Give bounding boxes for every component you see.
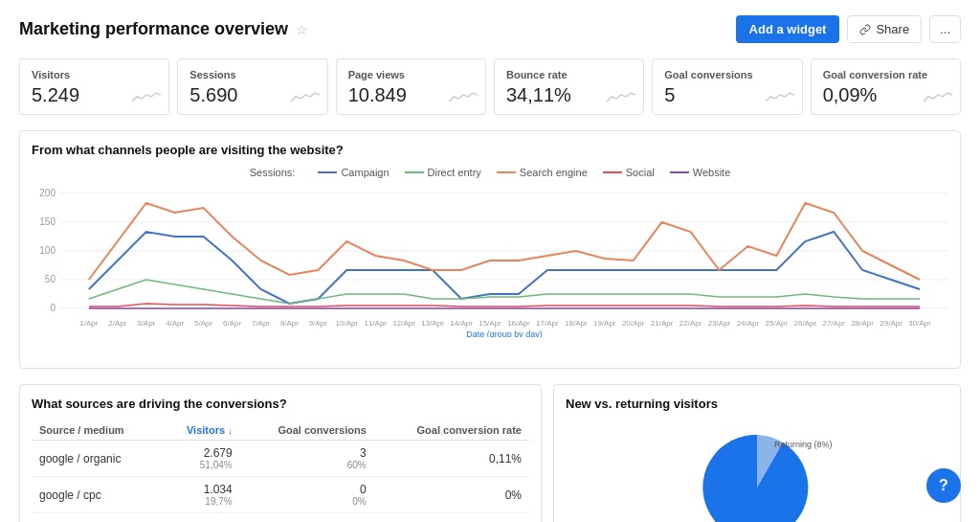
legend-item: Search engine [497,167,588,178]
svg-text:Returning (8%): Returning (8%) [774,440,833,449]
legend-item: Social [603,167,655,178]
stat-label: Goal conversions [664,69,790,80]
add-widget-button[interactable]: Add a widget [736,15,840,43]
stat-label: Sessions [189,69,315,80]
more-button[interactable]: ... [929,15,961,43]
bottom-row: What sources are driving the conversions… [19,384,961,522]
legend-color [497,171,516,173]
line-chart: 200 150 100 50 0 1/Apr 2/Apr 3/Apr [32,184,948,337]
svg-text:18/Apr: 18/Apr [565,319,588,328]
svg-text:8/Apr: 8/Apr [280,319,299,328]
link-icon [859,24,871,35]
stats-row: Visitors 5.249 Sessions 5.690 Page views… [19,58,961,115]
legend-color [318,171,337,173]
legend-item: Campaign [318,167,389,178]
legend-label: Website [693,167,731,178]
td-source: google / organic [32,441,161,477]
svg-text:200: 200 [39,188,56,198]
svg-text:13/Apr: 13/Apr [421,319,444,328]
legend-item: Website [670,167,731,178]
stat-label: Page views [348,69,474,80]
svg-text:30/Apr: 30/Apr [908,319,931,328]
conversions-section: What sources are driving the conversions… [19,384,542,522]
svg-text:25/Apr: 25/Apr [766,319,789,328]
col-header-source: Source / medium [32,420,161,441]
svg-text:23/Apr: 23/Apr [708,319,731,328]
sessions-label: Sessions: [250,167,296,178]
conversions-title: What sources are driving the conversions… [32,397,529,411]
svg-text:4/Apr: 4/Apr [166,319,184,328]
sparkline-icon [924,87,952,106]
chart-title: From what channels people are visiting t… [32,143,948,157]
svg-text:Date (group by day): Date (group by day) [466,329,542,337]
share-button[interactable]: Share [847,15,922,43]
sort-arrow-icon: ↓ [228,426,233,436]
sparkline-icon [132,87,161,106]
legend-color [603,171,622,173]
svg-text:3/Apr: 3/Apr [137,319,155,328]
td-source: google / cpc [32,477,161,513]
td-goal-conv: 0 0% [240,477,374,513]
col-header-goal-rate: Goal conversion rate [374,420,529,441]
svg-text:11/Apr: 11/Apr [364,319,387,328]
pie-chart-container: Returning (8%) [566,420,948,522]
chart-section: From what channels people are visiting t… [19,130,961,369]
page-header: Marketing performance overview ☆ Add a w… [19,15,961,43]
stat-card: Goal conversions 5 [652,58,802,115]
svg-text:0: 0 [50,303,56,313]
returning-section: New vs. returning visitors Returning (8%… [553,384,961,522]
help-button[interactable]: ? [926,468,961,503]
svg-text:1/Apr: 1/Apr [79,319,98,328]
stat-label: Goal conversion rate [823,69,948,80]
title-group: Marketing performance overview ☆ [19,19,308,39]
returning-title: New vs. returning visitors [566,397,948,411]
svg-text:50: 50 [45,274,56,284]
stat-card: Page views 10.849 [336,58,486,115]
sparkline-icon [291,87,320,106]
stat-card: Visitors 5.249 [19,58,169,115]
table-row: google / organic 2.679 51,04% 3 60% 0,11… [32,441,529,477]
svg-text:5/Apr: 5/Apr [194,319,212,328]
svg-text:21/Apr: 21/Apr [651,319,674,328]
chart-legend: Sessions:CampaignDirect entrySearch engi… [32,167,948,178]
stat-label: Bounce rate [506,69,632,80]
svg-text:29/Apr: 29/Apr [880,319,902,328]
header-actions: Add a widget Share ... [736,15,961,43]
svg-text:20/Apr: 20/Apr [622,319,645,328]
svg-text:15/Apr: 15/Apr [479,319,501,328]
legend-label: Direct entry [428,167,481,178]
legend-item: Direct entry [405,167,481,178]
svg-text:27/Apr: 27/Apr [822,319,845,328]
stat-label: Visitors [32,69,157,80]
td-visitors: 2.679 51,04% [161,441,239,477]
svg-text:7/Apr: 7/Apr [252,319,270,328]
favorite-icon[interactable]: ☆ [296,22,308,37]
legend-color [670,171,689,173]
sparkline-icon [449,87,478,106]
chart-container: 200 150 100 50 0 1/Apr 2/Apr 3/Apr [32,184,948,356]
svg-text:26/Apr: 26/Apr [794,319,817,328]
svg-text:12/Apr: 12/Apr [392,319,415,328]
svg-text:9/Apr: 9/Apr [309,319,327,328]
legend-label: Social [626,167,655,178]
td-goal-conv: 3 60% [240,441,374,477]
td-visitors: 1.034 19,7% [161,477,239,513]
svg-text:2/Apr: 2/Apr [108,319,126,328]
col-header-visitors[interactable]: Visitors ↓ [161,420,239,441]
svg-text:16/Apr: 16/Apr [507,319,530,328]
pie-chart: Returning (8%) [661,420,853,522]
conversions-table: Source / medium Visitors ↓ Goal conversi… [32,420,529,513]
legend-label: Campaign [341,167,389,178]
svg-text:17/Apr: 17/Apr [536,319,559,328]
svg-text:6/Apr: 6/Apr [223,319,241,328]
page-title: Marketing performance overview [19,19,288,39]
svg-text:28/Apr: 28/Apr [851,319,874,328]
svg-text:22/Apr: 22/Apr [679,319,702,328]
col-header-goal-conv: Goal conversions [240,420,374,441]
svg-text:100: 100 [39,245,56,256]
sparkline-icon [766,87,794,106]
td-goal-rate: 0% [374,477,529,513]
stat-card: Goal conversion rate 0,09% [811,58,961,115]
stat-card: Sessions 5.690 [177,58,327,115]
stat-card: Bounce rate 34,11% [494,58,644,115]
